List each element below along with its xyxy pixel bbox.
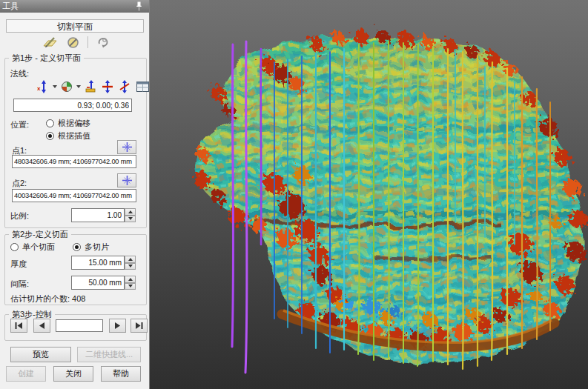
pick-point2-button[interactable] (117, 173, 136, 187)
rotate-axis-icon[interactable] (117, 79, 132, 95)
tool-panel: 工具 切割平面 (0, 0, 150, 389)
thickness-label: 厚度 (10, 259, 27, 270)
first-slice-button[interactable] (10, 319, 27, 333)
thickness-spinner[interactable] (125, 256, 136, 270)
toolbar-separator (87, 36, 88, 48)
slice-index-field[interactable] (56, 319, 103, 332)
prev-slice-button[interactable] (33, 319, 50, 333)
point-cloud-render (150, 0, 588, 389)
scale-label: 比例: (10, 210, 29, 222)
radio-single-section[interactable]: 单个切面 (10, 242, 55, 253)
radio-multi-slice-circle[interactable] (73, 243, 81, 251)
scale-spinner[interactable] (125, 208, 136, 222)
radio-multi-slice[interactable]: 多切片 (73, 242, 109, 253)
radio-by-value[interactable]: 根据插值 (46, 130, 90, 142)
edit-plane-icon[interactable] (42, 34, 59, 50)
radio-by-offset-circle[interactable] (46, 119, 54, 127)
scale-spin-up[interactable] (125, 208, 136, 216)
help-button[interactable]: 帮助 (101, 366, 141, 382)
tool-name-header: 切割平面 (6, 19, 144, 33)
sphere-icon[interactable] (59, 79, 74, 95)
slice-count-text: 估计切片的个数: 408 (10, 293, 85, 305)
axis-x-icon[interactable]: x (36, 79, 50, 95)
spacing-field[interactable] (71, 276, 125, 290)
position-label: 位置: (10, 119, 29, 130)
radio-by-offset[interactable]: 根据偏移 (46, 118, 90, 129)
step1-heading: 第1步 - 定义切平面 (9, 53, 84, 64)
thickness-spin-up[interactable] (125, 256, 136, 263)
move-axis-icon[interactable] (100, 79, 115, 95)
normal-value-field[interactable] (13, 99, 132, 112)
next-slice-button[interactable] (109, 319, 126, 333)
point1-field[interactable] (12, 155, 136, 168)
fit-plane-icon[interactable] (83, 79, 98, 95)
pin-icon[interactable] (136, 1, 142, 11)
thickness-field[interactable] (71, 256, 125, 270)
normal-toolbar: x (36, 79, 151, 94)
preview-button[interactable]: 预览 (10, 347, 71, 362)
panel-titlebar[interactable]: 工具 (0, 0, 149, 13)
dialog-icon[interactable] (134, 79, 151, 95)
axis-x-caret-icon[interactable] (53, 85, 57, 88)
point2-label: 点2: (12, 178, 27, 189)
panel-toolbar (42, 35, 112, 50)
radio-single-section-circle[interactable] (10, 243, 19, 251)
rotate-view-icon[interactable] (94, 34, 112, 50)
spacing-label: 间隔: (10, 279, 29, 290)
scale-spin-down[interactable] (125, 216, 136, 223)
last-slice-button[interactable] (131, 319, 148, 333)
radio-by-value-circle[interactable] (46, 132, 54, 140)
panel-title: 工具 (2, 1, 19, 10)
application-window: 工具 切割平面 (0, 0, 588, 389)
pick-point1-button[interactable] (117, 140, 136, 154)
point2-field[interactable] (12, 189, 136, 202)
step2-heading: 第2步-定义切面 (9, 229, 71, 240)
svg-text:x: x (37, 85, 41, 92)
no-entry-icon[interactable] (64, 34, 82, 50)
create-button[interactable]: 创建 (6, 366, 46, 382)
shortcut-2d-button[interactable]: 二维快捷线... (77, 347, 141, 362)
close-button[interactable]: 关闭 (53, 366, 93, 382)
spacing-spinner[interactable] (125, 276, 136, 290)
viewport-3d[interactable] (150, 0, 588, 389)
thickness-spin-down[interactable] (125, 263, 136, 270)
spacing-spin-up[interactable] (125, 276, 136, 283)
sphere-caret-icon[interactable] (76, 85, 81, 88)
spacing-spin-down[interactable] (125, 283, 136, 290)
scale-field[interactable] (71, 208, 125, 222)
normal-label: 法线: (10, 68, 29, 79)
